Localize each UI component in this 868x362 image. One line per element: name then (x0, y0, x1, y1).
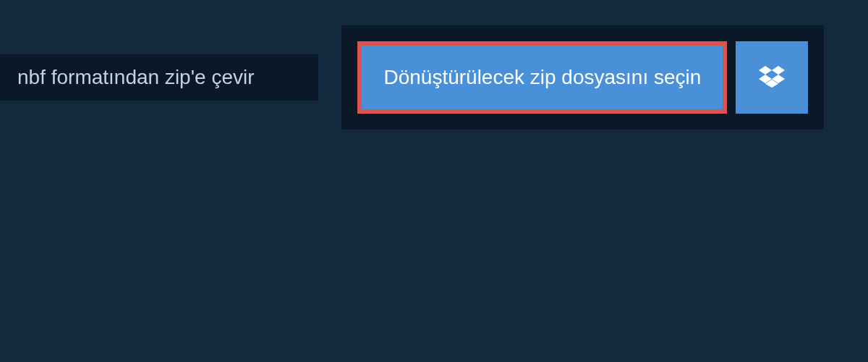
page-title-tab: nbf formatından zip'e çevir (0, 54, 318, 101)
converter-panel: Dönüştürülecek zip dosyasını seçin (341, 25, 824, 130)
select-file-label: Dönüştürülecek zip dosyasını seçin (383, 66, 701, 89)
page-title: nbf formatından zip'e çevir (17, 66, 255, 88)
select-file-button[interactable]: Dönüştürülecek zip dosyasını seçin (357, 41, 727, 114)
dropbox-icon (759, 64, 785, 92)
dropbox-button[interactable] (736, 41, 808, 114)
